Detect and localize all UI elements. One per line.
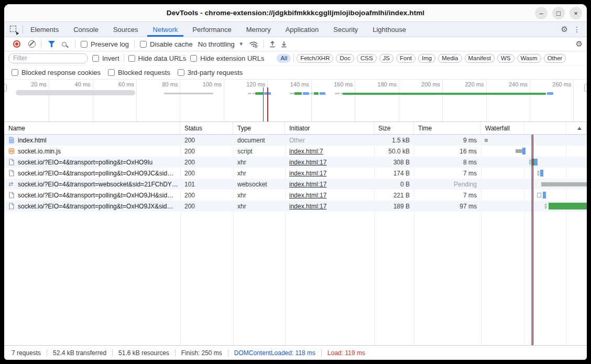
network-settings-gear-icon[interactable]: ⚙ bbox=[576, 39, 583, 49]
request-type: xhr bbox=[233, 201, 285, 212]
record-button[interactable] bbox=[13, 40, 20, 48]
waterfall-cell bbox=[481, 157, 587, 168]
import-har-icon[interactable] bbox=[281, 40, 287, 48]
checkbox[interactable] bbox=[12, 69, 18, 76]
checkbox[interactable] bbox=[92, 55, 99, 62]
blocked-requests-checkbox[interactable]: Blocked requests bbox=[108, 69, 170, 76]
filter-pill-doc[interactable]: Doc bbox=[336, 54, 354, 63]
tab-network[interactable]: Network bbox=[146, 22, 185, 37]
filter-icon[interactable] bbox=[48, 41, 55, 47]
request-name[interactable]: socket.io/?EIO=4&transport=polling&t=OxH… bbox=[4, 168, 180, 179]
filter-pill-other[interactable]: Other bbox=[544, 54, 566, 63]
request-initiator[interactable]: index.html:17 bbox=[285, 179, 374, 190]
column-header-initiator[interactable]: Initiator bbox=[285, 122, 374, 134]
ruler-label: 200 ms bbox=[421, 81, 442, 87]
request-type: script bbox=[233, 146, 285, 157]
request-initiator[interactable]: index.html:17 bbox=[285, 157, 374, 168]
filter-pill-ws[interactable]: WS bbox=[497, 54, 515, 63]
filter-pill-js[interactable]: JS bbox=[379, 54, 393, 63]
titlebar[interactable]: DevTools - chrome-extension://jdgkbifmkk… bbox=[4, 4, 587, 22]
tab-performance[interactable]: Performance bbox=[185, 22, 238, 37]
search-icon[interactable] bbox=[62, 42, 67, 47]
clear-button[interactable] bbox=[28, 40, 36, 48]
invert-checkbox[interactable]: Invert bbox=[92, 54, 119, 62]
checkbox[interactable] bbox=[128, 55, 135, 62]
filter-pill-fetch-xhr[interactable]: Fetch/XHR bbox=[297, 54, 333, 63]
request-row[interactable]: socket.io.min.js200scriptindex.html:750.… bbox=[4, 146, 587, 157]
tab-application[interactable]: Application bbox=[278, 22, 326, 37]
tab-lighthouse[interactable]: Lighthouse bbox=[365, 22, 413, 37]
request-row[interactable]: socket.io/?EIO=4&transport=polling&t=OxH… bbox=[4, 190, 587, 201]
request-time: 7 ms bbox=[414, 168, 481, 179]
disable-cache-checkbox[interactable]: Disable cache bbox=[140, 40, 193, 48]
ruler-gridline bbox=[399, 80, 399, 122]
request-row[interactable]: socket.io/?EIO=4&transport=polling&t=OxH… bbox=[4, 168, 587, 179]
filter-pill-manifest[interactable]: Manifest bbox=[465, 54, 495, 63]
overview-request-bar bbox=[255, 92, 263, 95]
tab-elements[interactable]: Elements bbox=[23, 22, 66, 37]
minimize-button[interactable]: – bbox=[535, 7, 548, 19]
maximize-button[interactable]: □ bbox=[552, 7, 565, 19]
request-row[interactable]: socket.io/?EIO=4&transport=polling&t=OxH… bbox=[4, 157, 587, 168]
ruler-label: 180 ms bbox=[378, 81, 399, 87]
hide-extension-urls-checkbox[interactable]: Hide extension URLs bbox=[190, 54, 264, 62]
column-header-name[interactable]: Name bbox=[4, 122, 180, 134]
export-har-icon[interactable] bbox=[269, 40, 276, 48]
overview-request-bar bbox=[547, 92, 553, 95]
sort-ascending-icon[interactable] bbox=[577, 127, 582, 130]
request-name[interactable]: socket.io/?EIO=4&transport=polling&t=OxH… bbox=[4, 190, 180, 201]
filter-input[interactable]: Filter bbox=[8, 53, 88, 63]
request-initiator[interactable]: index.html:7 bbox=[285, 146, 374, 157]
column-header-waterfall[interactable]: Waterfall bbox=[481, 122, 587, 134]
filter-pill-css[interactable]: CSS bbox=[357, 54, 377, 63]
filter-pill-font[interactable]: Font bbox=[396, 54, 415, 63]
tab-console[interactable]: Console bbox=[66, 22, 106, 37]
checkbox[interactable] bbox=[190, 55, 197, 62]
request-name[interactable]: ⇄socket.io/?EIO=4&transport=websocket&si… bbox=[4, 179, 180, 190]
tab-security[interactable]: Security bbox=[326, 22, 365, 37]
throttling-dropdown[interactable]: No throttling▼ bbox=[198, 40, 244, 48]
request-row[interactable]: socket.io/?EIO=4&transport=polling&t=OxH… bbox=[4, 201, 587, 212]
checkbox[interactable] bbox=[81, 41, 87, 48]
column-header-status[interactable]: Status bbox=[180, 122, 233, 134]
column-header-time[interactable]: Time bbox=[414, 122, 481, 134]
overview-left-grip[interactable] bbox=[4, 84, 7, 92]
request-name[interactable]: socket.io.min.js bbox=[4, 146, 180, 157]
filter-pill-all[interactable]: All bbox=[277, 54, 291, 63]
network-overview-timeline[interactable]: 20 ms40 ms60 ms80 ms100 ms120 ms140 ms16… bbox=[4, 80, 587, 122]
request-initiator[interactable]: index.html:17 bbox=[285, 190, 374, 201]
column-header-size[interactable]: Size bbox=[374, 122, 414, 134]
request-initiator[interactable]: index.html:17 bbox=[285, 168, 374, 179]
request-initiator[interactable]: index.html:17 bbox=[285, 201, 374, 212]
more-options-icon[interactable]: ⋮ bbox=[571, 25, 583, 34]
request-name[interactable]: index.html bbox=[4, 135, 180, 146]
request-size: 189 B bbox=[374, 201, 414, 212]
checkbox[interactable] bbox=[140, 41, 147, 48]
request-row[interactable]: ⇄socket.io/?EIO=4&transport=websocket&si… bbox=[4, 179, 587, 190]
hide-data-urls-checkbox[interactable]: Hide data URLs bbox=[128, 54, 187, 62]
checkbox[interactable] bbox=[178, 69, 184, 76]
third-party-requests-checkbox[interactable]: 3rd-party requests bbox=[178, 69, 243, 76]
tab-sources[interactable]: Sources bbox=[106, 22, 146, 37]
request-initiator: Other bbox=[285, 135, 374, 146]
column-header-type[interactable]: Type bbox=[233, 122, 285, 134]
overview-right-grip[interactable] bbox=[584, 84, 587, 92]
filter-pill-img[interactable]: Img bbox=[418, 54, 435, 63]
document-file-icon bbox=[8, 137, 15, 144]
request-name[interactable]: socket.io/?EIO=4&transport=polling&t=OxH… bbox=[4, 201, 180, 212]
inspect-element-button[interactable] bbox=[8, 22, 23, 37]
preserve-log-checkbox[interactable]: Preserve log bbox=[81, 40, 129, 48]
request-size: 174 B bbox=[374, 168, 414, 179]
waterfall-cell bbox=[481, 190, 587, 201]
checkbox[interactable] bbox=[108, 69, 115, 76]
filter-pill-wasm[interactable]: Wasm bbox=[517, 54, 541, 63]
close-button[interactable]: × bbox=[570, 7, 582, 19]
request-row[interactable]: index.html200documentOther1.5 kB9 ms bbox=[4, 135, 587, 146]
blocked-response-cookies-checkbox[interactable]: Blocked response cookies bbox=[12, 69, 101, 76]
tab-memory[interactable]: Memory bbox=[239, 22, 278, 37]
request-name[interactable]: socket.io/?EIO=4&transport=polling&t=OxH… bbox=[4, 157, 180, 168]
settings-gear-icon[interactable]: ⚙ bbox=[561, 25, 568, 34]
request-size: 308 B bbox=[374, 157, 414, 168]
network-conditions-icon[interactable] bbox=[249, 40, 258, 48]
filter-pill-media[interactable]: Media bbox=[438, 54, 462, 63]
